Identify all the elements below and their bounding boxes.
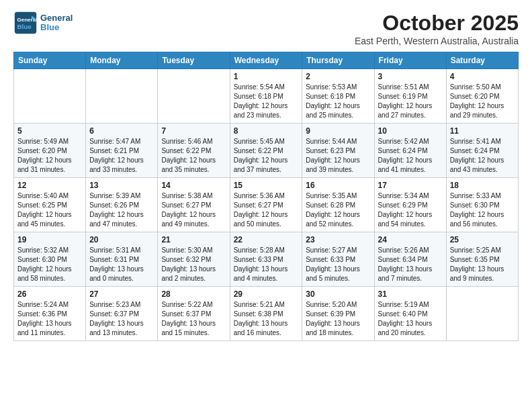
day-number: 30 [306,289,370,299]
calendar-day-cell: 4Sunrise: 5:50 AM Sunset: 6:20 PM Daylig… [446,69,518,124]
weekday-header-cell: Thursday [302,52,374,69]
calendar-day-cell: 16Sunrise: 5:35 AM Sunset: 6:28 PM Dayli… [302,178,374,232]
day-number: 19 [17,235,82,244]
calendar-day-cell: 14Sunrise: 5:38 AM Sunset: 6:27 PM Dayli… [158,178,230,232]
calendar-day-cell: 3Sunrise: 5:51 AM Sunset: 6:19 PM Daylig… [374,69,446,124]
day-number: 9 [306,126,370,136]
day-number: 15 [234,181,299,190]
weekday-header-cell: Wednesday [230,52,302,69]
day-info: Sunrise: 5:40 AM Sunset: 6:25 PM Dayligh… [17,191,82,229]
calendar-day-cell: 11Sunrise: 5:41 AM Sunset: 6:24 PM Dayli… [446,124,518,178]
calendar-day-cell: 27Sunrise: 5:23 AM Sunset: 6:37 PM Dayli… [86,287,158,341]
calendar-day-cell: 21Sunrise: 5:30 AM Sunset: 6:32 PM Dayli… [158,232,230,287]
calendar-day-cell: 25Sunrise: 5:25 AM Sunset: 6:35 PM Dayli… [446,232,518,287]
day-number: 28 [161,289,226,299]
calendar-week-row: 26Sunrise: 5:24 AM Sunset: 6:36 PM Dayli… [14,287,519,341]
day-number: 12 [17,181,82,190]
day-number: 27 [89,289,154,299]
day-info: Sunrise: 5:25 AM Sunset: 6:35 PM Dayligh… [450,246,515,283]
calendar-day-cell: 29Sunrise: 5:21 AM Sunset: 6:38 PM Dayli… [230,287,302,341]
calendar-week-row: 12Sunrise: 5:40 AM Sunset: 6:25 PM Dayli… [14,178,519,232]
day-info: Sunrise: 5:19 AM Sunset: 6:40 PM Dayligh… [378,300,443,338]
month-title: October 2025 [355,11,519,36]
day-info: Sunrise: 5:31 AM Sunset: 6:31 PM Dayligh… [89,246,154,283]
day-number: 3 [378,72,443,81]
calendar-day-cell: 30Sunrise: 5:20 AM Sunset: 6:39 PM Dayli… [302,287,374,341]
day-number: 22 [234,235,299,244]
day-number: 23 [306,235,370,244]
calendar-day-cell [158,69,230,124]
day-info: Sunrise: 5:24 AM Sunset: 6:36 PM Dayligh… [17,300,82,338]
calendar-day-cell: 6Sunrise: 5:47 AM Sunset: 6:21 PM Daylig… [86,124,158,178]
logo-icon: General Blue [13,11,38,35]
calendar-day-cell [446,287,518,341]
day-info: Sunrise: 5:49 AM Sunset: 6:20 PM Dayligh… [17,137,82,175]
day-info: Sunrise: 5:44 AM Sunset: 6:23 PM Dayligh… [306,137,370,175]
calendar-day-cell: 19Sunrise: 5:32 AM Sunset: 6:30 PM Dayli… [14,232,86,287]
page-header: General Blue General Blue October 2025 E… [13,11,519,46]
day-info: Sunrise: 5:28 AM Sunset: 6:33 PM Dayligh… [234,246,299,283]
day-info: Sunrise: 5:27 AM Sunset: 6:33 PM Dayligh… [306,246,370,283]
day-info: Sunrise: 5:20 AM Sunset: 6:39 PM Dayligh… [306,300,370,338]
day-number: 7 [161,126,226,136]
calendar-day-cell: 8Sunrise: 5:45 AM Sunset: 6:22 PM Daylig… [230,124,302,178]
day-number: 4 [450,72,515,81]
day-info: Sunrise: 5:21 AM Sunset: 6:38 PM Dayligh… [234,300,299,338]
day-info: Sunrise: 5:36 AM Sunset: 6:27 PM Dayligh… [234,191,299,229]
weekday-header-cell: Monday [86,52,158,69]
day-number: 17 [378,181,443,190]
day-number: 10 [378,126,443,136]
calendar-day-cell: 12Sunrise: 5:40 AM Sunset: 6:25 PM Dayli… [14,178,86,232]
day-info: Sunrise: 5:26 AM Sunset: 6:34 PM Dayligh… [378,246,443,283]
day-number: 31 [378,289,443,299]
day-info: Sunrise: 5:47 AM Sunset: 6:21 PM Dayligh… [89,137,154,175]
calendar-table: SundayMondayTuesdayWednesdayThursdayFrid… [13,52,519,341]
calendar-day-cell: 15Sunrise: 5:36 AM Sunset: 6:27 PM Dayli… [230,178,302,232]
day-info: Sunrise: 5:30 AM Sunset: 6:32 PM Dayligh… [161,246,226,283]
calendar-week-row: 5Sunrise: 5:49 AM Sunset: 6:20 PM Daylig… [14,124,519,178]
day-number: 6 [89,126,154,136]
day-number: 20 [89,235,154,244]
calendar-day-cell: 23Sunrise: 5:27 AM Sunset: 6:33 PM Dayli… [302,232,374,287]
day-number: 14 [161,181,226,190]
day-number: 5 [17,126,82,136]
calendar-day-cell: 13Sunrise: 5:39 AM Sunset: 6:26 PM Dayli… [86,178,158,232]
weekday-header-row: SundayMondayTuesdayWednesdayThursdayFrid… [14,52,519,69]
day-info: Sunrise: 5:42 AM Sunset: 6:24 PM Dayligh… [378,137,443,175]
calendar-day-cell [14,69,86,124]
calendar-day-cell: 7Sunrise: 5:46 AM Sunset: 6:22 PM Daylig… [158,124,230,178]
day-number: 2 [306,72,370,81]
calendar-day-cell: 24Sunrise: 5:26 AM Sunset: 6:34 PM Dayli… [374,232,446,287]
weekday-header-cell: Sunday [14,52,86,69]
day-info: Sunrise: 5:22 AM Sunset: 6:37 PM Dayligh… [161,300,226,338]
calendar-day-cell: 31Sunrise: 5:19 AM Sunset: 6:40 PM Dayli… [374,287,446,341]
day-number: 18 [450,181,515,190]
weekday-header-cell: Friday [374,52,446,69]
day-info: Sunrise: 5:34 AM Sunset: 6:29 PM Dayligh… [378,191,443,229]
day-number: 1 [234,72,299,81]
day-number: 26 [17,289,82,299]
day-number: 21 [161,235,226,244]
day-info: Sunrise: 5:46 AM Sunset: 6:22 PM Dayligh… [161,137,226,175]
calendar-day-cell: 26Sunrise: 5:24 AM Sunset: 6:36 PM Dayli… [14,287,86,341]
calendar-day-cell: 18Sunrise: 5:33 AM Sunset: 6:30 PM Dayli… [446,178,518,232]
day-info: Sunrise: 5:54 AM Sunset: 6:18 PM Dayligh… [234,83,299,120]
day-info: Sunrise: 5:32 AM Sunset: 6:30 PM Dayligh… [17,246,82,283]
location-title: East Perth, Western Australia, Australia [355,36,519,46]
calendar-day-cell: 9Sunrise: 5:44 AM Sunset: 6:23 PM Daylig… [302,124,374,178]
weekday-header-cell: Saturday [446,52,518,69]
calendar-day-cell: 17Sunrise: 5:34 AM Sunset: 6:29 PM Dayli… [374,178,446,232]
day-info: Sunrise: 5:41 AM Sunset: 6:24 PM Dayligh… [450,137,515,175]
day-number: 24 [378,235,443,244]
svg-text:Blue: Blue [17,23,32,30]
calendar-day-cell: 2Sunrise: 5:53 AM Sunset: 6:18 PM Daylig… [302,69,374,124]
day-number: 16 [306,181,370,190]
day-number: 25 [450,235,515,244]
day-info: Sunrise: 5:33 AM Sunset: 6:30 PM Dayligh… [450,191,515,229]
logo-general-text: General [40,13,73,23]
calendar-body: 1Sunrise: 5:54 AM Sunset: 6:18 PM Daylig… [14,69,519,341]
calendar-day-cell: 5Sunrise: 5:49 AM Sunset: 6:20 PM Daylig… [14,124,86,178]
day-info: Sunrise: 5:23 AM Sunset: 6:37 PM Dayligh… [89,300,154,338]
day-info: Sunrise: 5:53 AM Sunset: 6:18 PM Dayligh… [306,83,370,120]
day-number: 29 [234,289,299,299]
